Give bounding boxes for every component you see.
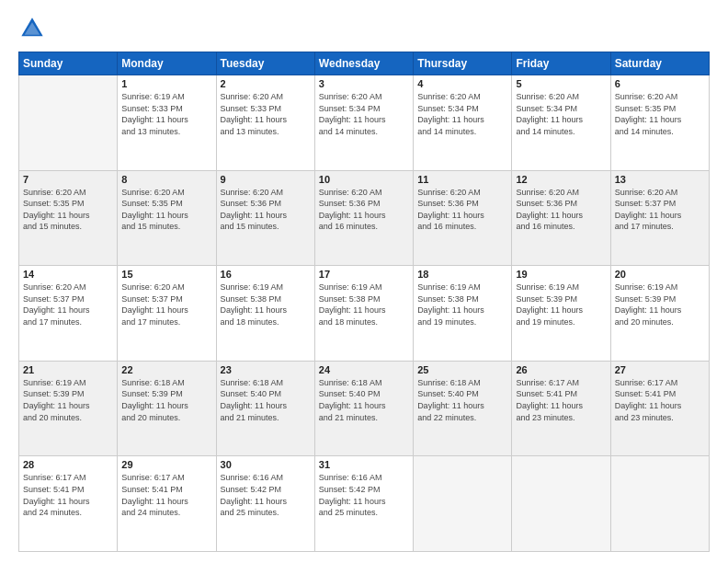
calendar-cell: 26Sunrise: 6:17 AM Sunset: 5:41 PM Dayli… bbox=[512, 361, 610, 456]
day-info: Sunrise: 6:17 AM Sunset: 5:41 PM Dayligh… bbox=[615, 377, 705, 423]
calendar-cell: 21Sunrise: 6:19 AM Sunset: 5:39 PM Dayli… bbox=[19, 361, 118, 456]
calendar-cell: 25Sunrise: 6:18 AM Sunset: 5:40 PM Dayli… bbox=[414, 361, 512, 456]
calendar-cell: 29Sunrise: 6:17 AM Sunset: 5:41 PM Dayli… bbox=[118, 456, 216, 552]
day-info: Sunrise: 6:16 AM Sunset: 5:42 PM Dayligh… bbox=[221, 472, 311, 518]
day-info: Sunrise: 6:20 AM Sunset: 5:34 PM Dayligh… bbox=[319, 91, 409, 137]
calendar-cell: 19Sunrise: 6:19 AM Sunset: 5:39 PM Dayli… bbox=[512, 266, 610, 362]
calendar-cell: 22Sunrise: 6:18 AM Sunset: 5:39 PM Dayli… bbox=[118, 361, 216, 456]
calendar-cell: 8Sunrise: 6:20 AM Sunset: 5:35 PM Daylig… bbox=[118, 170, 216, 266]
day-info: Sunrise: 6:19 AM Sunset: 5:33 PM Dayligh… bbox=[121, 91, 211, 137]
day-info: Sunrise: 6:18 AM Sunset: 5:40 PM Dayligh… bbox=[221, 377, 311, 423]
day-number: 6 bbox=[615, 78, 705, 89]
calendar-cell: 18Sunrise: 6:19 AM Sunset: 5:38 PM Dayli… bbox=[414, 266, 512, 362]
day-number: 20 bbox=[615, 269, 705, 280]
page: SundayMondayTuesdayWednesdayThursdayFrid… bbox=[0, 0, 728, 563]
day-info: Sunrise: 6:19 AM Sunset: 5:39 PM Dayligh… bbox=[23, 377, 113, 423]
week-row-3: 14Sunrise: 6:20 AM Sunset: 5:37 PM Dayli… bbox=[19, 266, 710, 362]
day-info: Sunrise: 6:16 AM Sunset: 5:42 PM Dayligh… bbox=[319, 472, 409, 518]
day-info: Sunrise: 6:20 AM Sunset: 5:34 PM Dayligh… bbox=[516, 91, 606, 137]
day-number: 23 bbox=[221, 364, 311, 375]
calendar-cell: 30Sunrise: 6:16 AM Sunset: 5:42 PM Dayli… bbox=[216, 456, 314, 552]
day-number: 4 bbox=[417, 78, 507, 89]
day-info: Sunrise: 6:20 AM Sunset: 5:36 PM Dayligh… bbox=[417, 187, 507, 233]
day-number: 27 bbox=[615, 364, 705, 375]
day-info: Sunrise: 6:20 AM Sunset: 5:37 PM Dayligh… bbox=[23, 282, 113, 327]
day-number: 25 bbox=[417, 364, 507, 375]
calendar-cell: 17Sunrise: 6:19 AM Sunset: 5:38 PM Dayli… bbox=[314, 266, 413, 362]
logo-icon bbox=[18, 15, 46, 42]
calendar-cell: 20Sunrise: 6:19 AM Sunset: 5:39 PM Dayli… bbox=[610, 266, 709, 362]
day-info: Sunrise: 6:18 AM Sunset: 5:39 PM Dayligh… bbox=[121, 377, 211, 423]
day-number: 28 bbox=[23, 459, 113, 470]
day-number: 29 bbox=[121, 459, 211, 470]
calendar-cell: 27Sunrise: 6:17 AM Sunset: 5:41 PM Dayli… bbox=[610, 361, 709, 456]
day-number: 16 bbox=[221, 269, 311, 280]
col-header-friday: Friday bbox=[512, 52, 610, 75]
calendar-cell: 12Sunrise: 6:20 AM Sunset: 5:36 PM Dayli… bbox=[512, 170, 610, 266]
calendar-cell: 31Sunrise: 6:16 AM Sunset: 5:42 PM Dayli… bbox=[314, 456, 413, 552]
logo bbox=[18, 15, 50, 42]
day-info: Sunrise: 6:20 AM Sunset: 5:36 PM Dayligh… bbox=[221, 187, 311, 233]
calendar-cell: 16Sunrise: 6:19 AM Sunset: 5:38 PM Dayli… bbox=[216, 266, 314, 362]
day-info: Sunrise: 6:20 AM Sunset: 5:37 PM Dayligh… bbox=[615, 187, 705, 233]
day-info: Sunrise: 6:19 AM Sunset: 5:39 PM Dayligh… bbox=[516, 282, 606, 327]
week-row-4: 21Sunrise: 6:19 AM Sunset: 5:39 PM Dayli… bbox=[19, 361, 710, 456]
calendar-cell bbox=[19, 75, 118, 171]
calendar-cell: 5Sunrise: 6:20 AM Sunset: 5:34 PM Daylig… bbox=[512, 75, 610, 171]
week-row-5: 28Sunrise: 6:17 AM Sunset: 5:41 PM Dayli… bbox=[19, 456, 710, 552]
calendar-cell: 2Sunrise: 6:20 AM Sunset: 5:33 PM Daylig… bbox=[216, 75, 314, 171]
calendar-cell: 1Sunrise: 6:19 AM Sunset: 5:33 PM Daylig… bbox=[118, 75, 216, 171]
day-number: 30 bbox=[221, 459, 311, 470]
day-number: 3 bbox=[319, 78, 409, 89]
day-info: Sunrise: 6:19 AM Sunset: 5:38 PM Dayligh… bbox=[417, 282, 507, 327]
day-info: Sunrise: 6:19 AM Sunset: 5:39 PM Dayligh… bbox=[615, 282, 705, 327]
week-row-1: 1Sunrise: 6:19 AM Sunset: 5:33 PM Daylig… bbox=[19, 75, 710, 171]
day-number: 14 bbox=[23, 269, 113, 280]
day-info: Sunrise: 6:20 AM Sunset: 5:36 PM Dayligh… bbox=[319, 187, 409, 233]
day-info: Sunrise: 6:20 AM Sunset: 5:37 PM Dayligh… bbox=[121, 282, 211, 327]
day-number: 17 bbox=[319, 269, 409, 280]
day-info: Sunrise: 6:19 AM Sunset: 5:38 PM Dayligh… bbox=[319, 282, 409, 327]
calendar-cell: 11Sunrise: 6:20 AM Sunset: 5:36 PM Dayli… bbox=[414, 170, 512, 266]
calendar-cell: 4Sunrise: 6:20 AM Sunset: 5:34 PM Daylig… bbox=[414, 75, 512, 171]
calendar-cell: 9Sunrise: 6:20 AM Sunset: 5:36 PM Daylig… bbox=[216, 170, 314, 266]
calendar-cell: 3Sunrise: 6:20 AM Sunset: 5:34 PM Daylig… bbox=[314, 75, 413, 171]
day-number: 13 bbox=[615, 174, 705, 185]
header bbox=[18, 15, 710, 42]
day-number: 1 bbox=[121, 78, 211, 89]
day-info: Sunrise: 6:17 AM Sunset: 5:41 PM Dayligh… bbox=[23, 472, 113, 518]
day-info: Sunrise: 6:17 AM Sunset: 5:41 PM Dayligh… bbox=[516, 377, 606, 423]
day-info: Sunrise: 6:20 AM Sunset: 5:35 PM Dayligh… bbox=[615, 91, 705, 137]
calendar-header-row: SundayMondayTuesdayWednesdayThursdayFrid… bbox=[19, 52, 710, 75]
col-header-wednesday: Wednesday bbox=[314, 52, 413, 75]
day-number: 9 bbox=[221, 174, 311, 185]
col-header-saturday: Saturday bbox=[610, 52, 709, 75]
col-header-monday: Monday bbox=[118, 52, 216, 75]
day-number: 5 bbox=[516, 78, 606, 89]
day-number: 19 bbox=[516, 269, 606, 280]
day-info: Sunrise: 6:20 AM Sunset: 5:36 PM Dayligh… bbox=[516, 187, 606, 233]
col-header-tuesday: Tuesday bbox=[216, 52, 314, 75]
day-number: 21 bbox=[23, 364, 113, 375]
calendar-cell: 15Sunrise: 6:20 AM Sunset: 5:37 PM Dayli… bbox=[118, 266, 216, 362]
day-number: 31 bbox=[319, 459, 409, 470]
col-header-thursday: Thursday bbox=[414, 52, 512, 75]
calendar-cell: 23Sunrise: 6:18 AM Sunset: 5:40 PM Dayli… bbox=[216, 361, 314, 456]
day-number: 10 bbox=[319, 174, 409, 185]
day-number: 7 bbox=[23, 174, 113, 185]
calendar-cell: 6Sunrise: 6:20 AM Sunset: 5:35 PM Daylig… bbox=[610, 75, 709, 171]
day-info: Sunrise: 6:20 AM Sunset: 5:35 PM Dayligh… bbox=[23, 187, 113, 233]
day-number: 12 bbox=[516, 174, 606, 185]
day-info: Sunrise: 6:20 AM Sunset: 5:33 PM Dayligh… bbox=[221, 91, 311, 137]
calendar-table: SundayMondayTuesdayWednesdayThursdayFrid… bbox=[18, 52, 710, 552]
calendar-cell bbox=[414, 456, 512, 552]
calendar-cell bbox=[512, 456, 610, 552]
day-info: Sunrise: 6:19 AM Sunset: 5:38 PM Dayligh… bbox=[221, 282, 311, 327]
calendar-cell: 14Sunrise: 6:20 AM Sunset: 5:37 PM Dayli… bbox=[19, 266, 118, 362]
day-number: 11 bbox=[417, 174, 507, 185]
day-number: 15 bbox=[121, 269, 211, 280]
calendar-cell bbox=[610, 456, 709, 552]
col-header-sunday: Sunday bbox=[19, 52, 118, 75]
calendar-cell: 24Sunrise: 6:18 AM Sunset: 5:40 PM Dayli… bbox=[314, 361, 413, 456]
day-info: Sunrise: 6:20 AM Sunset: 5:34 PM Dayligh… bbox=[417, 91, 507, 137]
